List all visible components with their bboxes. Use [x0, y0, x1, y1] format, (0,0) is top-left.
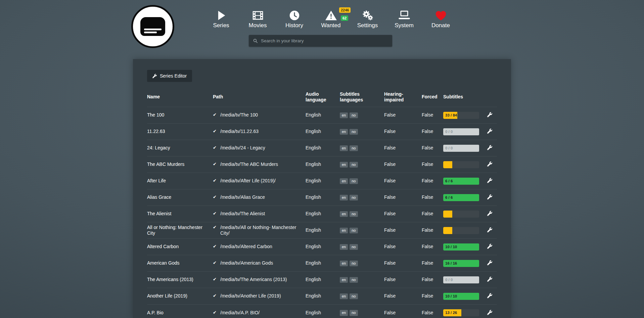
subtitles-progress-bar: 0 / 0 [443, 276, 479, 283]
series-name-link[interactable]: The Alienist [147, 211, 171, 216]
nav-label: System [395, 22, 414, 29]
edit-series-button[interactable] [487, 227, 494, 233]
nav-label: Donate [431, 22, 450, 29]
subtitles-count: 33 / 84 [445, 112, 457, 119]
series-name-link[interactable]: 24: Legacy [147, 145, 170, 150]
edit-series-button[interactable] [487, 260, 494, 266]
table-row: The ABC Murders ✔ /media/tv/The ABC Murd… [147, 156, 497, 173]
language-badge: no [350, 129, 358, 135]
series-editor-label: Series Editor [160, 73, 187, 79]
language-badge: en [340, 310, 348, 316]
series-name-link[interactable]: All or Nothing: Manchester City [147, 225, 202, 236]
language-badge: en [340, 145, 348, 151]
hearing-impaired-value: False [384, 173, 422, 189]
edit-series-button[interactable] [487, 276, 494, 282]
audio-language-value: English [306, 124, 340, 140]
series-name-link[interactable]: After Life [147, 178, 166, 183]
language-badge: no [350, 178, 358, 184]
series-path: /media/tv/11.22.63 [220, 129, 259, 134]
edit-series-button[interactable] [487, 309, 494, 316]
language-badge: en [340, 195, 348, 201]
subtitles-progress-bar: 33 / 84 [443, 112, 479, 119]
forced-value: False [422, 124, 443, 140]
subtitles-count: 10 / 10 [445, 243, 457, 251]
series-name-link[interactable]: The 100 [147, 112, 164, 118]
laptop-icon [398, 9, 410, 21]
series-path: /media/tv/After Life (2019)/ [220, 178, 276, 183]
subtitles-progress-bar: 10 / 10 [443, 243, 479, 251]
series-name-link[interactable]: The Americans (2013) [147, 277, 193, 282]
wanted-count-badge-secondary: 62 [341, 15, 348, 21]
film-icon [252, 9, 264, 21]
monitored-check-icon: ✔ [213, 194, 217, 200]
monitored-check-icon: ✔ [213, 145, 217, 150]
library-search [249, 35, 392, 47]
subtitles-languages-value: enno [340, 140, 384, 156]
language-badge: no [350, 228, 358, 234]
edit-series-button[interactable] [487, 292, 494, 299]
monitored-check-icon: ✔ [213, 162, 217, 167]
subtitles-languages-value: enno [340, 107, 384, 124]
search-input[interactable] [261, 38, 392, 43]
language-badge: en [340, 112, 348, 119]
col-header-actions [484, 89, 497, 107]
series-name-link[interactable]: Altered Carbon [147, 244, 179, 249]
edit-series-button[interactable] [487, 111, 494, 118]
subtitles-count: 10 / 10 [445, 293, 457, 300]
table-row: Another Life (2019) ✔ /media/tv/Another … [147, 288, 497, 305]
forced-value: False [422, 288, 443, 305]
language-badge: en [340, 162, 348, 168]
audio-language-value: English [306, 156, 340, 173]
forced-value: False [422, 272, 443, 288]
series-table: Name Path Audio language Subtitles langu… [147, 89, 497, 318]
edit-series-button[interactable] [487, 210, 494, 217]
series-path: /media/tv/24 - Legacy [220, 145, 265, 150]
series-name-link[interactable]: Another Life (2019) [147, 293, 187, 299]
series-name-link[interactable]: A.P. Bio [147, 310, 164, 315]
subtitles-count: 6 / 6 [445, 194, 453, 201]
nav-item-wanted[interactable]: Wanted 2246 62 [313, 9, 349, 29]
table-row: 11.22.63 ✔ /media/tv/11.22.63 English en… [147, 124, 497, 140]
audio-language-value: English [306, 189, 340, 206]
hearing-impaired-value: False [384, 156, 422, 173]
nav-item-system[interactable]: System [386, 9, 422, 29]
hearing-impaired-value: False [384, 189, 422, 206]
nav-item-donate[interactable]: Donate [422, 9, 459, 29]
monitored-check-icon: ✔ [213, 112, 217, 118]
edit-series-button[interactable] [487, 161, 494, 167]
language-badge: en [340, 277, 348, 283]
nav-item-settings[interactable]: Settings [349, 9, 386, 29]
search-icon [249, 38, 261, 43]
nav-item-movies[interactable]: Movies [239, 9, 276, 29]
language-badge: en [340, 129, 348, 135]
series-name-link[interactable]: American Gods [147, 260, 179, 266]
edit-series-button[interactable] [487, 144, 494, 151]
series-table-body: The 100 ✔ /media/tv/The 100 English enno… [147, 107, 497, 318]
series-name-link[interactable]: 11.22.63 [147, 129, 165, 134]
forced-value: False [422, 305, 443, 318]
series-editor-button[interactable]: Series Editor [147, 70, 192, 82]
subtitles-languages-value: enno [340, 305, 384, 318]
app-logo[interactable] [131, 5, 174, 48]
edit-series-button[interactable] [487, 128, 494, 134]
nav-item-series[interactable]: Series [203, 9, 239, 29]
series-name-link[interactable]: Alias Grace [147, 194, 171, 200]
edit-series-button[interactable] [487, 177, 494, 184]
audio-language-value: English [306, 222, 340, 239]
edit-series-button[interactable] [487, 243, 494, 249]
language-badge: en [340, 228, 348, 234]
nav-label: Wanted [321, 22, 341, 29]
hearing-impaired-value: False [384, 206, 422, 222]
series-name-link[interactable]: The ABC Murders [147, 162, 184, 167]
bazarr-logo-icon [140, 17, 165, 36]
series-path: /media/tv/Altered Carbon [220, 244, 272, 249]
language-badge: no [350, 145, 358, 151]
table-row: All or Nothing: Manchester City ✔ /media… [147, 222, 497, 239]
nav-item-history[interactable]: History [276, 9, 313, 29]
language-badge: no [350, 112, 358, 119]
nav-label: Settings [357, 22, 378, 29]
warning-icon [325, 9, 337, 21]
edit-series-button[interactable] [487, 194, 494, 200]
language-badge: en [340, 293, 348, 300]
monitored-check-icon: ✔ [213, 211, 217, 216]
